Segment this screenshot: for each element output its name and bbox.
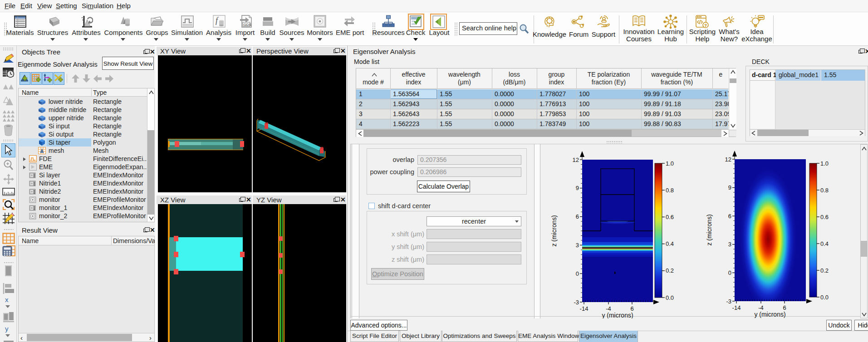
- svg-text:z (microns): z (microns): [706, 214, 713, 245]
- svg-text:0.8: 0.8: [666, 187, 674, 194]
- svg-text:6: 6: [630, 305, 633, 312]
- svg-text:0: 0: [728, 269, 731, 276]
- svg-text:-3: -3: [726, 298, 731, 305]
- svg-text:0.0: 0.0: [820, 294, 829, 301]
- svg-text:0.2: 0.2: [666, 267, 674, 274]
- svg-text:0.4: 0.4: [666, 240, 674, 247]
- svg-text:z (microns): z (microns): [550, 215, 558, 246]
- svg-text:0.6: 0.6: [820, 214, 829, 220]
- svg-text:?: ?: [705, 23, 707, 28]
- svg-text:y (microns): y (microns): [754, 311, 785, 318]
- svg-text:0.4: 0.4: [820, 240, 829, 247]
- svg-text:-4: -4: [758, 304, 764, 311]
- svg-text:9: 9: [576, 185, 579, 191]
- svg-text:6: 6: [576, 213, 579, 220]
- svg-text:12: 12: [573, 156, 579, 163]
- svg-text:1.0: 1.0: [666, 160, 674, 167]
- svg-text:GDS: GDS: [244, 23, 251, 27]
- svg-text:3: 3: [576, 242, 579, 249]
- svg-text:0.6: 0.6: [666, 214, 674, 220]
- svg-text:6: 6: [783, 304, 786, 311]
- svg-text:-3: -3: [574, 299, 579, 306]
- svg-text:-14: -14: [580, 305, 588, 312]
- svg-text:-14: -14: [732, 304, 741, 311]
- svg-text:0.0: 0.0: [666, 294, 674, 301]
- svg-text:0.8: 0.8: [820, 187, 829, 194]
- svg-text:1.0: 1.0: [820, 160, 829, 167]
- svg-text:0: 0: [576, 270, 579, 277]
- svg-text:3: 3: [728, 241, 731, 248]
- svg-text:12: 12: [725, 156, 731, 163]
- svg-text:-4: -4: [606, 305, 611, 312]
- svg-text:9: 9: [728, 184, 731, 191]
- svg-text:6: 6: [728, 213, 731, 220]
- svg-text:y (microns): y (microns): [602, 312, 633, 319]
- svg-text:0.2: 0.2: [820, 267, 829, 274]
